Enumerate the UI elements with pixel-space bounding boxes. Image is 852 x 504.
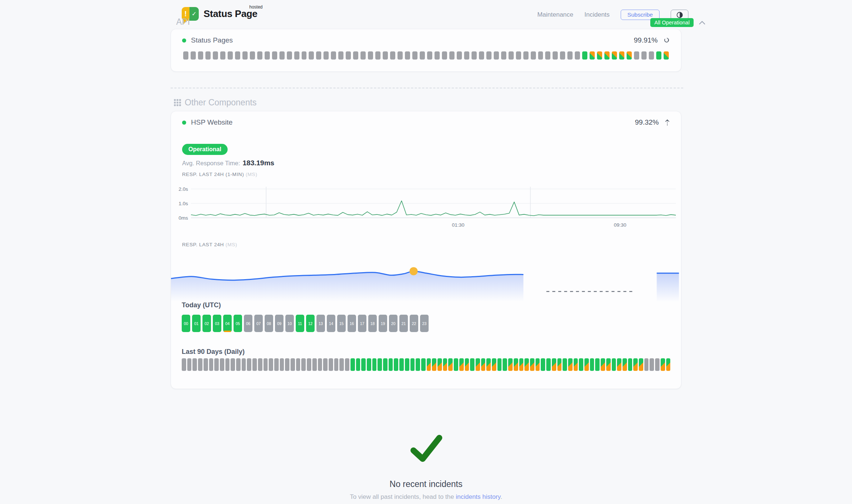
daily-uptime-bar — [389, 358, 393, 371]
history-suffix: . — [500, 493, 502, 500]
hour-label: 14 — [329, 321, 333, 326]
hour-block: 23 — [420, 315, 429, 332]
incidents-history-line: To view all past incidents, head to the … — [0, 493, 852, 501]
uptime-bar — [412, 51, 417, 60]
hour-label: 23 — [422, 321, 427, 326]
uptime-bar — [191, 51, 196, 60]
daily-uptime-bar — [231, 358, 235, 371]
last90-bars-row — [182, 358, 670, 371]
uptime-bar — [420, 51, 425, 60]
uptime-bar — [265, 51, 270, 60]
all-operational-badge[interactable]: All Operational — [650, 18, 694, 27]
daily-uptime-bar — [252, 358, 257, 371]
today-hours-row: 0001020304050607080910111213141516171819… — [182, 315, 429, 332]
daily-uptime-bar — [437, 358, 442, 371]
daily-uptime-bar — [519, 358, 524, 371]
refresh-icon — [664, 37, 670, 43]
daily-uptime-bar — [443, 358, 447, 371]
uptime-bar — [634, 51, 639, 60]
uptime-bar — [302, 51, 307, 60]
day-chart-label: RESP. LAST 24H (MS) — [182, 242, 237, 247]
daily-uptime-bar — [470, 358, 474, 371]
section-title-api: API — [176, 17, 190, 27]
component-card-hsp-website: HSP Website 99.32% Operational Avg. Resp… — [171, 111, 681, 389]
hour-block: 00 — [182, 315, 190, 332]
incidents-history-link[interactable]: incidents history — [456, 493, 500, 500]
hour-label: 05 — [236, 321, 240, 326]
section-title-other-components: Other Components — [174, 98, 256, 108]
daily-uptime-bar — [323, 358, 328, 371]
arrow-up-dashed-icon — [665, 119, 670, 126]
daily-uptime-bar — [258, 358, 262, 371]
uptime-bar — [560, 51, 565, 60]
component-card-status-pages: Status Pages 99.91% — [171, 29, 681, 72]
brand-logo: ! ✓ Status Page hosted — [182, 5, 258, 21]
uptime-bar — [287, 51, 292, 60]
hour-label: 15 — [339, 321, 344, 326]
status-dot — [182, 121, 186, 125]
hour-label: 22 — [412, 321, 416, 326]
daily-uptime-bar — [214, 358, 219, 371]
hour-label: 10 — [288, 321, 292, 326]
hour-block: 10 — [285, 315, 294, 332]
response-time-minute-chart: 2.0s1.0s0ms01:3009:30 — [176, 184, 678, 230]
daily-uptime-bar — [356, 358, 360, 371]
uptime-bar — [531, 51, 536, 60]
hour-label: 02 — [205, 321, 209, 326]
daily-uptime-bar — [209, 358, 214, 371]
uptime-bar — [242, 51, 248, 60]
hour-label: 18 — [370, 321, 375, 326]
uptime-bar — [235, 51, 240, 60]
refresh-button[interactable] — [664, 37, 670, 43]
daily-uptime-bar — [334, 358, 339, 371]
daily-uptime-bar — [280, 358, 284, 371]
daily-uptime-bar — [552, 358, 556, 371]
hour-label: 12 — [308, 321, 313, 326]
hour-block: 14 — [327, 315, 335, 332]
uptime-bar — [538, 51, 543, 60]
uptime-bar — [612, 51, 617, 60]
daily-uptime-bar — [432, 358, 436, 371]
component-name: HSP Website — [191, 118, 232, 126]
nav-maintenance[interactable]: Maintenance — [537, 11, 573, 18]
minute-chart-title: RESP. LAST 24H (1-MIN) — [182, 172, 244, 177]
uptime-bar — [553, 51, 558, 60]
component-header: Status Pages 99.91% — [171, 29, 681, 44]
component-name: Status Pages — [191, 36, 233, 44]
daily-uptime-bar — [563, 358, 567, 371]
uptime-bar — [494, 51, 499, 60]
uptime-bar — [375, 51, 380, 60]
status-dot — [182, 38, 186, 43]
uptime-bar — [398, 51, 403, 60]
uptime-bar — [316, 51, 321, 60]
today-title: Today (UTC) — [182, 301, 221, 309]
daily-uptime-bar — [378, 358, 382, 371]
hour-label: 04 — [225, 321, 230, 326]
svg-text:09:30: 09:30 — [614, 222, 626, 228]
uptime-bar — [427, 51, 432, 60]
uptime-bar — [272, 51, 277, 60]
daily-uptime-bar — [650, 358, 654, 371]
daily-uptime-bar — [269, 358, 273, 371]
avg-response-row: Avg. Response Time:183.19ms — [182, 159, 274, 167]
daily-uptime-bar — [339, 358, 344, 371]
minute-chart-label: RESP. LAST 24H (1-MIN) (MS) — [182, 172, 257, 177]
hour-label: 11 — [298, 321, 302, 326]
daily-uptime-bar — [486, 358, 491, 371]
daily-uptime-bar — [345, 358, 349, 371]
collapse-button[interactable] — [665, 119, 670, 126]
daily-uptime-bar — [416, 358, 420, 371]
nav-incidents[interactable]: Incidents — [584, 11, 610, 18]
uptime-bar — [641, 51, 647, 60]
uptime-bar — [405, 51, 410, 60]
uptime-bar — [323, 51, 329, 60]
chevron-up-icon[interactable] — [698, 20, 706, 25]
day-chart-unit: (MS) — [225, 242, 237, 247]
uptime-bar — [449, 51, 454, 60]
uptime-bar — [501, 51, 506, 60]
daily-uptime-bar — [296, 358, 301, 371]
uptime-bar — [656, 51, 661, 60]
no-incidents-title: No recent incidents — [0, 479, 852, 489]
daily-uptime-bar — [182, 358, 186, 371]
daily-uptime-bar — [514, 358, 518, 371]
